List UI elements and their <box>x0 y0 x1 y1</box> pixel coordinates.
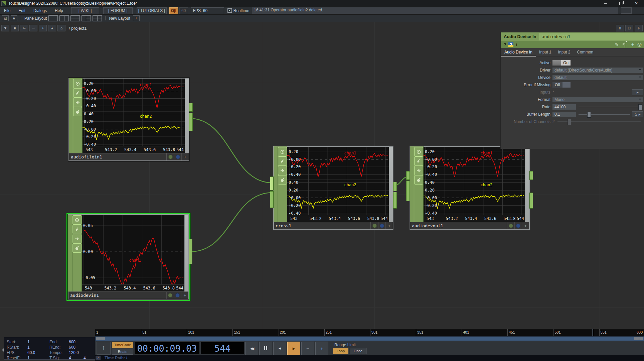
slider-handle[interactable] <box>587 112 591 118</box>
output-connector[interactable] <box>189 113 193 131</box>
pane-preset-single[interactable] <box>48 15 58 21</box>
inputs-expand-button[interactable]: ▸ <box>632 89 643 95</box>
frame-display[interactable]: 544 <box>201 342 244 354</box>
wire[interactable] <box>189 118 273 183</box>
pulse-flag-icon[interactable] <box>414 156 423 166</box>
node-viewer[interactable]: chan10.050.00-0.05543543.2543.4543.6543.… <box>82 215 184 291</box>
add-parameter-icon[interactable]: + <box>631 41 634 47</box>
render-indicator[interactable] <box>371 222 378 229</box>
input-connector[interactable] <box>270 191 274 208</box>
pane-preset-two-rows[interactable] <box>70 15 80 21</box>
menu-help[interactable]: Help <box>51 7 67 14</box>
pane-preset-left-split[interactable] <box>82 15 91 21</box>
pulse-flag-icon[interactable] <box>72 225 82 234</box>
viewer-flag-icon[interactable] <box>73 79 82 88</box>
pane-preset-grid[interactable] <box>93 15 102 21</box>
node-name-bar[interactable]: cross1+ <box>274 222 393 229</box>
beats-mode-button[interactable]: Beats <box>112 349 133 355</box>
pulse-flag-icon[interactable] <box>278 156 287 166</box>
node-viewer[interactable]: chan10.20-0.00-0.20-0.40chan20.400.20-0.… <box>287 147 389 222</box>
viewer-scrollbar[interactable] <box>525 147 529 222</box>
rewind-button[interactable]: ◀◀ <box>245 342 258 355</box>
collapse-pane-icon[interactable]: ⇩ <box>635 25 643 31</box>
output-connector[interactable] <box>393 192 397 209</box>
output-connector[interactable] <box>393 182 397 191</box>
tab-audio-device-in[interactable]: Audio Device In <box>501 49 536 56</box>
export-flag-icon[interactable] <box>73 98 82 107</box>
output-connector[interactable] <box>189 239 192 264</box>
menu-edit[interactable]: Edit <box>14 7 29 14</box>
node-viewer[interactable]: chan10.20-0.00-0.20-0.40chan20.400.20-0.… <box>83 79 185 153</box>
playhead[interactable] <box>593 329 593 336</box>
wire[interactable] <box>190 193 273 252</box>
info-icon[interactable]: i <box>516 42 517 47</box>
step-back-button[interactable]: − <box>301 342 314 355</box>
input-connector[interactable] <box>270 176 274 191</box>
node-audiofilein1[interactable]: chan10.20-0.00-0.20-0.40chan20.400.20-0.… <box>68 78 189 161</box>
format-dropdown[interactable]: Mono <box>552 97 643 102</box>
network-dropdown-icon[interactable]: ▼ <box>1 25 9 31</box>
network-path[interactable]: / project1 <box>69 26 87 31</box>
operator-name-field[interactable]: audiodevin1 <box>539 33 644 40</box>
display-indicator[interactable] <box>174 153 181 160</box>
bookmark-star-icon[interactable]: ★ <box>48 25 56 31</box>
rate-slider[interactable] <box>579 104 643 110</box>
fps-field[interactable]: FPS: 60 <box>191 7 224 14</box>
viewer-flag-icon[interactable] <box>278 147 287 156</box>
viewer-scrollbar[interactable] <box>389 147 393 222</box>
driver-dropdown[interactable]: default (DirectSound/CoreAudio) <box>552 68 643 73</box>
text-cursor-box[interactable]: I <box>97 342 111 355</box>
tab-common[interactable]: Common <box>574 49 597 56</box>
node-viewer[interactable]: chan10.20-0.00-0.20-0.40chan20.400.20-0.… <box>424 147 525 222</box>
node-name-bar[interactable]: audiodevout1+ <box>410 222 529 229</box>
play-button[interactable]: ▶ <box>287 342 300 355</box>
output-connector[interactable] <box>189 103 193 112</box>
node-audiodevin1[interactable]: chan10.050.00-0.05543543.2543.4543.6543.… <box>68 214 189 299</box>
home-icon[interactable]: ⌂ <box>57 25 65 31</box>
new-layout-add-button[interactable]: + <box>133 15 140 21</box>
display-indicator[interactable] <box>378 222 385 229</box>
viewer-scrollbar[interactable] <box>185 215 188 291</box>
pane-max-icon[interactable]: ◱ <box>2 15 9 21</box>
timecode-mode-button[interactable]: TimeCode <box>112 342 133 348</box>
range-bar[interactable]: ... ... <box>95 336 644 341</box>
help-icon[interactable]: ? <box>504 42 506 47</box>
menu-dialogs[interactable]: Dialogs <box>29 7 51 14</box>
render-indicator[interactable] <box>507 222 514 229</box>
once-button[interactable]: Once <box>350 348 366 354</box>
add-indicator[interactable]: + <box>522 222 529 229</box>
display-indicator[interactable] <box>174 292 181 299</box>
range-end-handle[interactable]: ... <box>634 337 643 340</box>
add-indicator[interactable]: + <box>181 292 188 299</box>
python-help-icon[interactable]: ? <box>508 42 513 47</box>
pause-button[interactable] <box>259 342 272 355</box>
export-flag-icon[interactable] <box>278 166 287 175</box>
export-flag-icon[interactable] <box>414 166 423 175</box>
add-indicator[interactable]: + <box>181 153 189 160</box>
node-cross1[interactable]: chan10.20-0.00-0.20-0.40chan20.400.20-0.… <box>273 146 393 230</box>
back-arrow-icon[interactable]: ⇦ <box>20 25 28 31</box>
tab-input-1[interactable]: Input 1 <box>536 49 555 56</box>
lock-flag-icon[interactable] <box>73 107 82 116</box>
minimize-button[interactable]: ─ <box>598 0 613 7</box>
active-toggle[interactable]: On <box>552 60 571 66</box>
viewer-flag-icon[interactable] <box>414 147 423 156</box>
edit-pencil-icon[interactable]: ✎ <box>615 42 619 47</box>
buffer-length-field[interactable]: 0.1 <box>552 112 576 117</box>
lock-flag-icon[interactable] <box>414 175 423 185</box>
collapse-arrow-icon[interactable] <box>0 348 4 352</box>
midi-oi-button[interactable]: O|I <box>169 7 178 14</box>
wiki-link[interactable]: [ WIKI ] <box>71 7 99 14</box>
forward-arrow-icon[interactable]: ⇨ <box>29 25 37 31</box>
copy-parameters-icon[interactable] <box>625 42 625 47</box>
pane-preset-two-columns[interactable] <box>59 15 69 21</box>
tab-input-2[interactable]: Input 2 <box>555 49 574 56</box>
stop-icon[interactable]: ■ <box>11 25 19 31</box>
step-forward-button[interactable]: + <box>315 342 328 355</box>
display-indicator[interactable] <box>514 222 522 229</box>
error-if-missing-toggle[interactable]: Off <box>552 82 571 88</box>
render-indicator[interactable] <box>167 153 174 160</box>
rate-field[interactable]: 44100 <box>552 104 576 110</box>
input-connector[interactable] <box>406 171 410 180</box>
pane-depth-indicator[interactable]: 0 <box>616 25 624 31</box>
